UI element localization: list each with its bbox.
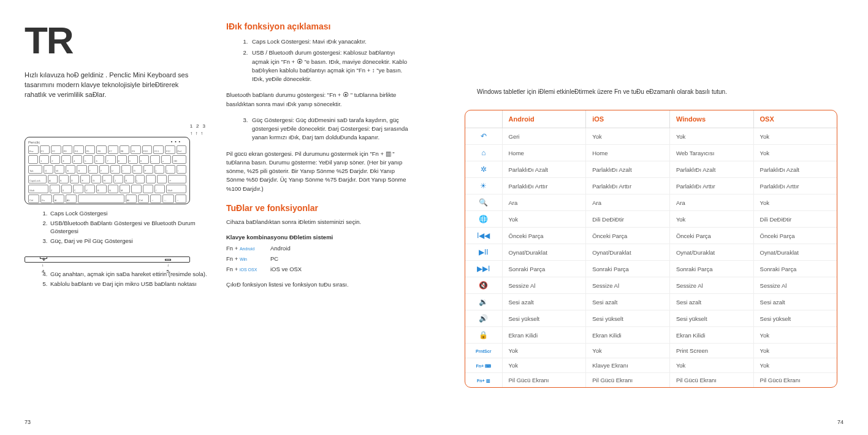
led-labels: 1 2 3 — [190, 123, 205, 129]
table-row: ▶IIOynat/DuraklatOynat/DuraklatOynat/Dur… — [465, 244, 837, 261]
page-number-left: 73 — [25, 419, 31, 425]
table-row: ▶▶ISonraki ParçaSonraki ParçaSonraki Par… — [465, 261, 837, 277]
lock-icon: 🔒 — [479, 331, 488, 339]
table-row: I◀◀Önceki ParçaÖnceki ParçaÖnceki ParçaÖ… — [465, 228, 837, 244]
page-number-right: 74 — [837, 419, 843, 425]
section-light-list-cont: Güç Göstergesi: Güç düĐmesini saĐ tarafa… — [226, 116, 409, 142]
back-icon: ↶ — [481, 132, 487, 141]
function-table: Android iOS Windows OSX ↶GeriYokYokYok⌂H… — [465, 110, 837, 388]
mute-icon: 🔇 — [479, 281, 488, 290]
section-light-list: Caps Lock Göstergesi: Mavi ıĐık yanacakt… — [226, 37, 409, 83]
section-keys-title: TuĐlar ve fonksiyonlar — [226, 203, 409, 213]
table-row: ✲ParlaklıĐı AzaltParlaklıĐı AzaltParlakl… — [465, 161, 837, 178]
keyboard-diagram: Penclic • • • EscF1F2F3F4F5F6F7F8F9F10F1… — [25, 137, 190, 204]
table-row: 🔊Sesi yükseltSesi yükseltSesi yükseltSes… — [465, 310, 837, 327]
table-row: ↶GeriYokYokYok — [465, 128, 837, 145]
side-legend: Güç anahtarı, açmak için saĐa hareket et… — [25, 270, 208, 288]
prev-track-icon: I◀◀ — [477, 231, 490, 240]
table-row: 🔉Sesi azaltSesi azaltSesi azaltSesi azal… — [465, 294, 837, 310]
vol-down-icon: 🔉 — [479, 298, 488, 306]
keyboard-legend: Caps Lock Göstergesi USB/Bluetooth BaĐla… — [25, 209, 208, 245]
combo-row: Fn + iOS OSXiOS ve OSX — [226, 264, 409, 274]
table-row: 🔇Sessize AlSessize AlSessize AlSessize A… — [465, 277, 837, 294]
brightness-down-icon: ✲ — [481, 165, 487, 174]
keyboard-side-diagram: ⏻ ↓ ↓ 4 5 — [25, 256, 190, 265]
language-code: TR — [25, 21, 208, 60]
section-keys-tail: ÇıkıĐ fonksiyon listesi ve fonksiyon tuĐ… — [226, 280, 409, 289]
print-screen-icon: PrntScr — [476, 349, 491, 353]
intro-text: Hızlı kılavuza hoĐ geldiniz . Penclic Mi… — [25, 71, 190, 100]
combo-rows: Fn + AndroidAndroidFn + WinPCFn + iOS OS… — [226, 243, 409, 274]
home-icon: ⌂ — [481, 148, 485, 157]
table-row: ⌂HomeHomeWeb TarayıcısıYok — [465, 145, 837, 161]
table-row: 🌐YokDili DeĐiĐtirYokDili DeĐiĐtir — [465, 211, 837, 228]
battery-screen-icon: Fn+ ▥ — [477, 379, 490, 383]
section-keys-intro: Cihaza baĐlandıktan sonra iĐletim sistem… — [226, 218, 409, 226]
table-row: 🔍AraAraAraYok — [465, 194, 837, 211]
table-row: ☀ParlaklıĐı ArttırParlaklıĐı ArttırParla… — [465, 178, 837, 194]
table-note: Windows tabletler için iĐlemi etkinleĐti… — [459, 88, 843, 96]
table-row: Fn+ ⌨YokKlavye EkranıYokYok — [465, 358, 837, 373]
table-row: PrntScrYokYokPrint ScreenYok — [465, 344, 837, 358]
table-row: Fn+ ▥Pil Gücü EkranıPil Gücü EkranıPil G… — [465, 373, 837, 388]
section-light-title: IĐık fonksiyon açıklaması — [226, 21, 409, 31]
vol-up-icon: 🔊 — [479, 314, 488, 323]
bt-status-para: Bluetooth baĐlantı durumu göstergesi: "F… — [226, 91, 409, 109]
combo-row: Fn + AndroidAndroid — [226, 243, 409, 253]
keyboard-screen-icon: Fn+ ⌨ — [476, 364, 491, 368]
brightness-up-icon: ☀ — [480, 182, 487, 190]
table-row: 🔒Ekran KilidiEkran KilidiEkran KilidiYok — [465, 327, 837, 344]
combo-row: Fn + WinPC — [226, 253, 409, 264]
play-pause-icon: ▶II — [479, 248, 489, 256]
battery-para: Pil gücü ekran göstergesi. Pil durumunu … — [226, 150, 409, 193]
search-icon: 🔍 — [479, 198, 488, 207]
combo-heading: Klavye kombinasyonu ĐĐletim sistemi — [226, 234, 409, 241]
next-track-icon: ▶▶I — [477, 264, 490, 273]
globe-icon: 🌐 — [479, 215, 488, 223]
